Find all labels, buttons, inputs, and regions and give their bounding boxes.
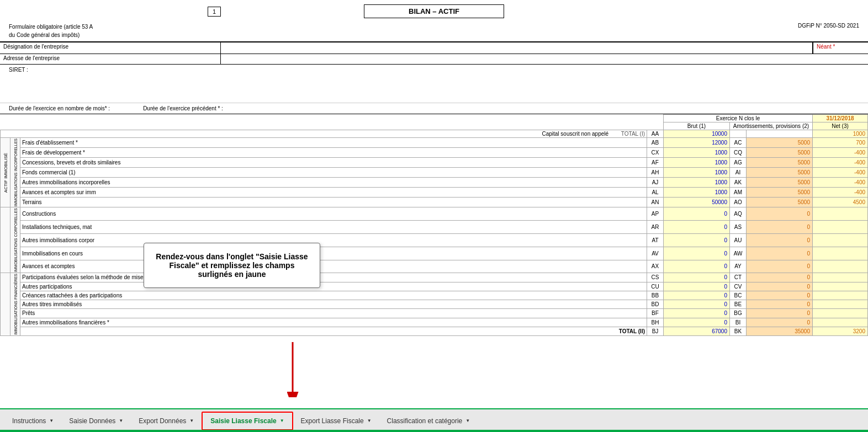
designation-label: Désignation de l'entreprise — [0, 42, 221, 54]
val-AT[interactable]: 0 — [664, 233, 730, 247]
code-BG: BG — [730, 309, 747, 318]
net-AV — [813, 247, 868, 260]
val-CU[interactable]: 0 — [664, 282, 730, 291]
val-AS: 0 — [747, 221, 813, 234]
total-ii-label: TOTAL (II) — [20, 327, 647, 335]
val-BJ: 67000 — [664, 327, 730, 335]
immob-incorporelles-label: IMMOBILISATIONS INCORPORELLES — [10, 138, 20, 207]
net-AA: 1000 — [813, 130, 868, 138]
code-BF: BF — [647, 309, 664, 318]
brut-header: Brut (1) — [664, 122, 730, 130]
form-info: Formulaire obligatoire (article 53 A du … — [9, 23, 93, 39]
net-AP — [813, 207, 868, 221]
row-desc: Capital souscrit non appelé — [542, 131, 608, 137]
val-AN[interactable]: 50000 — [664, 198, 730, 207]
val-AR[interactable]: 0 — [664, 221, 730, 234]
date-header: 31/12/2018 — [813, 115, 868, 122]
val-AX[interactable]: 0 — [664, 260, 730, 273]
val-AF[interactable]: 1000 — [664, 158, 730, 168]
val-AB[interactable]: 12000 — [664, 138, 730, 148]
code-AG: AG — [730, 158, 747, 168]
dgfip-ref: DGFiP N° 2050-SD 2021 — [798, 23, 859, 29]
autres-participations-desc: Autres participations — [20, 282, 647, 291]
duree-exercice-label: Durée de l'exercice en nombre de mois* : — [9, 105, 110, 111]
val-AK: 5000 — [747, 178, 813, 188]
val-AV[interactable]: 0 — [664, 247, 730, 260]
header-sub: Formulaire obligatoire (article 53 A du … — [9, 23, 859, 39]
net-AN: 4500 — [813, 198, 868, 207]
table-row: Prêts BF 0 BG 0 — [1, 309, 868, 318]
code-AW: AW — [730, 247, 747, 260]
net-AB: 700 — [813, 138, 868, 148]
net-BF — [813, 309, 868, 318]
code-CT: CT — [730, 273, 747, 282]
autres-corp-desc: Autres immobilisations corpor — [20, 233, 647, 247]
val-BF[interactable]: 0 — [664, 309, 730, 318]
code-AC: AC — [730, 138, 747, 148]
code-AU: AU — [730, 233, 747, 247]
code-AB: AB — [647, 138, 664, 148]
tooltip-text: Rendez-vous dans l'onglet "Saisie Liasse… — [156, 252, 308, 279]
immob-fin-parent — [1, 273, 10, 336]
table-row: Créances rattachées à des participations… — [1, 291, 868, 300]
val-AW: 0 — [747, 247, 813, 260]
val-AP[interactable]: 0 — [664, 207, 730, 221]
code-BH: BH — [647, 318, 664, 327]
table-row: Avances et acomptes sur imm AL 1000 AM 5… — [1, 188, 868, 198]
code-AA: AA — [647, 130, 664, 138]
adresse-row: Adresse de l'entreprise — [0, 54, 868, 65]
val-CV: 0 — [747, 282, 813, 291]
val-CS[interactable]: 0 — [664, 273, 730, 282]
val-CQ: 5000 — [747, 148, 813, 158]
arrow-indicator — [276, 342, 309, 398]
val-BI: 0 — [747, 318, 813, 327]
code-AN: AN — [647, 198, 664, 207]
avances-corp-desc: Avances et acomptes — [20, 260, 647, 273]
document-title: BILAN – ACTIF — [364, 4, 504, 18]
table-row: Terrains AN 50000 AO 5000 4500 — [1, 198, 868, 207]
val-AI: 5000 — [747, 168, 813, 178]
val-AO: 5000 — [747, 198, 813, 207]
amort-header: Amortissements, provisions (2) — [730, 122, 813, 130]
adresse-value[interactable] — [221, 54, 868, 64]
val-BK: 35000 — [747, 327, 813, 335]
val-AQ: 0 — [747, 207, 813, 221]
fonds-commercial-desc: Fonds commercial (1) — [20, 168, 647, 178]
code-AR: AR — [647, 221, 664, 234]
avances-incorp-desc: Avances et acomptes sur imm — [20, 188, 647, 198]
code-AX: AX — [647, 260, 664, 273]
net-CU — [813, 282, 868, 291]
table-row: Installations techniques, mat AR 0 AS 0 — [1, 221, 868, 234]
val-BD[interactable]: 0 — [664, 300, 730, 309]
code-AO: AO — [730, 198, 747, 207]
val-AA[interactable]: 10000 — [664, 130, 730, 138]
code-AV: AV — [647, 247, 664, 260]
immob-cours-desc: Immobilisations en cours — [20, 247, 647, 260]
constructions-desc: Constructions — [20, 207, 647, 221]
val-BB[interactable]: 0 — [664, 291, 730, 300]
duree-area: Durée de l'exercice en nombre de mois* :… — [0, 103, 868, 114]
table-row: Autres immobilisations financières * BH … — [1, 318, 868, 327]
installations-desc: Installations techniques, mat — [20, 221, 647, 234]
net-BD — [813, 300, 868, 309]
code-AS: AS — [730, 221, 747, 234]
val-CX[interactable]: 1000 — [664, 148, 730, 158]
net-AR — [813, 221, 868, 234]
designation-value[interactable] — [221, 42, 813, 54]
val-AH[interactable]: 1000 — [664, 168, 730, 178]
val-BC: 0 — [747, 291, 813, 300]
val-AJ[interactable]: 1000 — [664, 178, 730, 188]
table-row: Frais de développement * CX 1000 CQ 5000… — [1, 148, 868, 158]
immob-financieres-label: IMMOBILISATIONS FINANCIÈRES — [10, 273, 20, 336]
val-AL[interactable]: 1000 — [664, 188, 730, 198]
code-AM: AM — [730, 188, 747, 198]
page-number: 1 — [208, 7, 221, 17]
val-BG: 0 — [747, 309, 813, 318]
siret-label: SIRET : — [9, 67, 28, 73]
code-AF: AF — [647, 158, 664, 168]
val-AM: 5000 — [747, 188, 813, 198]
net-header: Net (3) — [813, 122, 868, 130]
net-CS — [813, 273, 868, 282]
val-BH[interactable]: 0 — [664, 318, 730, 327]
code-AI: AI — [730, 168, 747, 178]
